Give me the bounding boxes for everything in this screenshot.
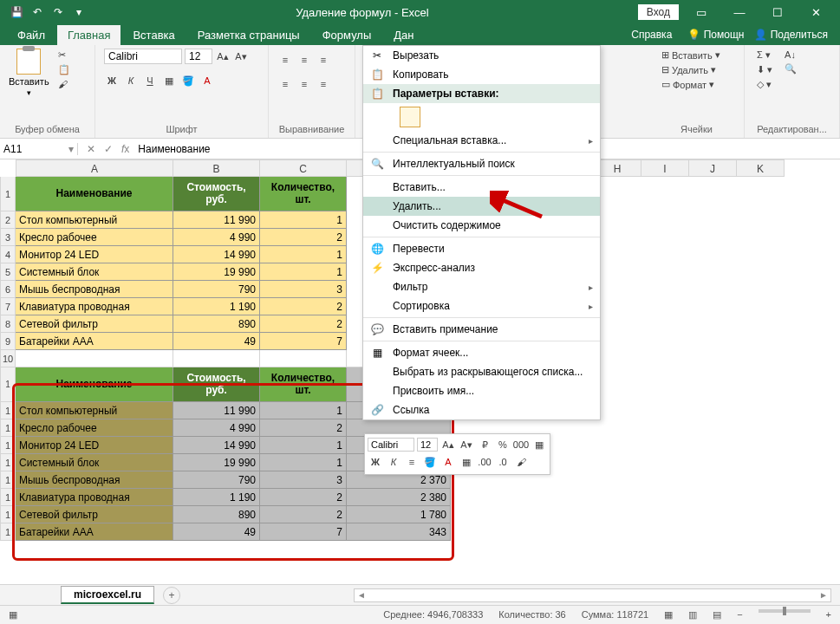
- ctx-cut[interactable]: ✂Вырезать: [363, 46, 600, 65]
- bold-button[interactable]: Ж: [104, 73, 120, 88]
- mini-cond-format-icon[interactable]: ▦: [531, 437, 547, 452]
- hdr-qty[interactable]: Количество, шт.: [260, 177, 347, 211]
- autosum-icon[interactable]: Σ ▾: [753, 49, 776, 62]
- view-normal-icon[interactable]: ▦: [664, 609, 673, 621]
- formula-bar-value[interactable]: Наименование: [138, 143, 210, 155]
- mini-fill-color-icon[interactable]: 🪣: [422, 454, 438, 470]
- fx-icon[interactable]: fx: [121, 143, 129, 155]
- tab-data[interactable]: Дан: [383, 25, 424, 45]
- align-top-icon[interactable]: ≡: [277, 52, 293, 68]
- close-icon[interactable]: ✕: [800, 6, 831, 19]
- tell-me-icon[interactable]: 💡 Помощн: [687, 29, 744, 41]
- name-box[interactable]: A11▾: [0, 143, 78, 155]
- cells-format-button[interactable]: ▭ Формат ▾: [658, 78, 724, 91]
- mini-align-icon[interactable]: ≡: [404, 454, 420, 470]
- col-head[interactable]: C: [260, 159, 347, 177]
- ribbon-options-icon[interactable]: ▭: [686, 6, 717, 19]
- borders-icon[interactable]: ▦: [161, 73, 177, 88]
- ctx-format-cells[interactable]: ▦Формат ячеек...: [363, 343, 600, 362]
- login-button[interactable]: Вход: [638, 4, 679, 20]
- ctx-filter[interactable]: Фильтр: [363, 277, 600, 296]
- ctx-paste-special[interactable]: Специальная вставка...: [363, 131, 600, 150]
- row-head[interactable]: 1: [0, 367, 16, 402]
- mini-font-color-icon[interactable]: A: [440, 454, 456, 470]
- shrink-font-icon[interactable]: A▾: [233, 49, 249, 64]
- ctx-hyperlink[interactable]: 🔗Ссылка: [363, 400, 600, 419]
- mini-comma-icon[interactable]: 000: [513, 437, 529, 452]
- mini-font-size[interactable]: [417, 438, 438, 452]
- find-icon[interactable]: 🔍: [781, 62, 800, 75]
- ctx-insert-comment[interactable]: 💬Вставить примечание: [363, 320, 600, 339]
- cut-icon[interactable]: ✂: [55, 49, 74, 62]
- ctx-translate[interactable]: 🌐Перевести: [363, 239, 600, 258]
- minimize-icon[interactable]: —: [724, 6, 755, 19]
- font-name-input[interactable]: [104, 49, 182, 64]
- maximize-icon[interactable]: ☐: [762, 6, 793, 19]
- font-size-input[interactable]: [185, 49, 212, 64]
- cancel-icon[interactable]: ✕: [87, 143, 95, 155]
- cells-insert-button[interactable]: ⊞ Вставить ▾: [658, 49, 724, 62]
- macro-icon[interactable]: ▦: [9, 609, 17, 621]
- view-pagebreak-icon[interactable]: ▤: [713, 609, 721, 621]
- tab-insert[interactable]: Вставка: [122, 25, 185, 45]
- ctx-paste-button[interactable]: [363, 103, 600, 131]
- italic-button[interactable]: К: [123, 73, 139, 88]
- ctx-clear[interactable]: Очистить содержимое: [363, 216, 600, 235]
- paste-button[interactable]: Вставить ▾: [9, 49, 49, 97]
- ctx-insert[interactable]: Вставить...: [363, 178, 600, 197]
- sort-filter-icon[interactable]: A↓: [781, 49, 800, 61]
- save-icon[interactable]: 💾: [9, 4, 24, 20]
- share-button[interactable]: 👤 Поделиться: [754, 29, 828, 41]
- ctx-smart-lookup[interactable]: 🔍Интеллектуальный поиск: [363, 154, 600, 173]
- align-right-icon[interactable]: ≡: [316, 76, 331, 92]
- align-left-icon[interactable]: ≡: [277, 76, 293, 92]
- mini-format-painter-icon[interactable]: 🖌: [513, 454, 529, 470]
- col-head[interactable]: A: [16, 159, 173, 177]
- accept-icon[interactable]: ✓: [104, 143, 113, 155]
- ctx-copy[interactable]: 📋Копировать: [363, 65, 600, 84]
- mini-font-name[interactable]: [368, 438, 414, 452]
- sheet-tab-active[interactable]: microexcel.ru: [61, 586, 154, 604]
- add-sheet-button[interactable]: +: [163, 587, 180, 604]
- ctx-sort[interactable]: Сортировка: [363, 296, 600, 315]
- ctx-pick-from-list[interactable]: Выбрать из раскрывающегося списка...: [363, 362, 600, 381]
- ctx-delete[interactable]: Удалить...: [363, 197, 600, 216]
- zoom-slider[interactable]: [759, 609, 811, 613]
- mini-borders-icon[interactable]: ▦: [459, 454, 474, 470]
- view-layout-icon[interactable]: ▥: [688, 609, 697, 621]
- col-head[interactable]: H: [594, 159, 641, 177]
- mini-grow-font-icon[interactable]: A▴: [440, 437, 456, 452]
- clear-icon[interactable]: ◇ ▾: [753, 78, 776, 91]
- tab-help[interactable]: Справка: [626, 25, 677, 44]
- col-head[interactable]: B: [173, 159, 260, 177]
- undo-icon[interactable]: ↶: [29, 4, 45, 20]
- ctx-define-name[interactable]: Присвоить имя...: [363, 381, 600, 400]
- format-painter-icon[interactable]: 🖌: [55, 78, 74, 90]
- mini-currency-icon[interactable]: ₽: [477, 437, 492, 452]
- namebox-dropdown-icon[interactable]: ▾: [68, 143, 74, 155]
- tab-file[interactable]: Файл: [7, 25, 55, 45]
- mini-inc-decimal-icon[interactable]: .00: [477, 454, 492, 470]
- fill-icon[interactable]: ⬇ ▾: [753, 63, 776, 76]
- mini-percent-icon[interactable]: %: [495, 437, 511, 452]
- col-head[interactable]: K: [737, 159, 785, 177]
- cells-delete-button[interactable]: ⊟ Удалить ▾: [658, 63, 724, 76]
- col-head[interactable]: J: [689, 159, 737, 177]
- copy-icon[interactable]: 📋: [55, 63, 74, 76]
- tab-formulas[interactable]: Формулы: [312, 25, 382, 45]
- hdr-cost[interactable]: Стоимость, руб.: [173, 177, 260, 211]
- redo-icon[interactable]: ↷: [50, 4, 66, 20]
- align-bot-icon[interactable]: ≡: [316, 52, 331, 68]
- scroll-right-icon[interactable]: ►: [817, 590, 830, 600]
- fill-color-icon[interactable]: 🪣: [180, 73, 196, 88]
- align-center-icon[interactable]: ≡: [296, 76, 312, 92]
- ctx-quick-analysis[interactable]: ⚡Экспресс-анализ: [363, 258, 600, 277]
- align-mid-icon[interactable]: ≡: [296, 52, 312, 68]
- font-color-icon[interactable]: A: [199, 73, 215, 88]
- grow-font-icon[interactable]: A▴: [215, 49, 231, 64]
- col-head[interactable]: I: [641, 159, 689, 177]
- scroll-left-icon[interactable]: ◄: [355, 590, 368, 600]
- qat-dropdown-icon[interactable]: ▾: [71, 4, 87, 20]
- tab-home[interactable]: Главная: [57, 25, 120, 45]
- zoom-in-icon[interactable]: +: [826, 609, 831, 621]
